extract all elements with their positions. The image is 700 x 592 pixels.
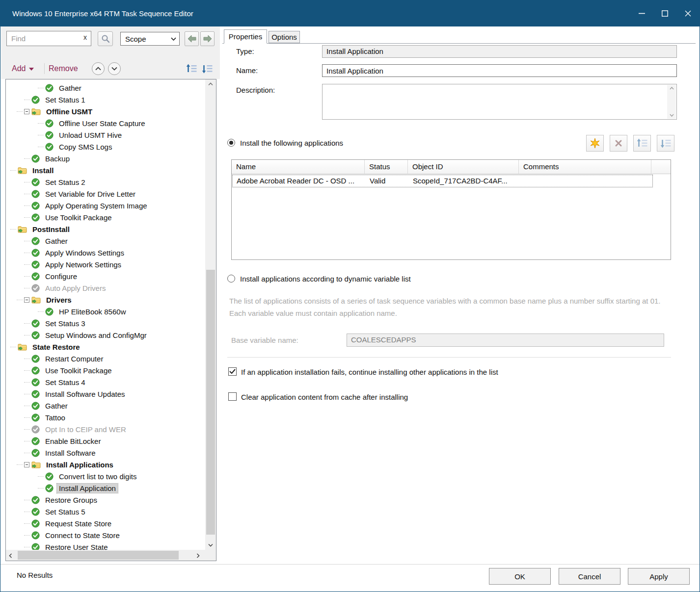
- tab-properties[interactable]: Properties: [224, 29, 267, 44]
- tree-step-row[interactable]: Copy SMS Logs: [6, 141, 205, 153]
- tree-step-row[interactable]: Enable BitLocker: [6, 435, 205, 447]
- tree-step-row[interactable]: Opt In to CEIP and WER: [6, 423, 205, 435]
- find-input[interactable]: [6, 31, 91, 46]
- tree-step-row[interactable]: Install Software: [6, 447, 205, 459]
- tree-step-row[interactable]: Set Status 4: [6, 376, 205, 388]
- cancel-button[interactable]: Cancel: [559, 568, 620, 585]
- collapse-toggle-icon[interactable]: [24, 462, 29, 467]
- new-application-button[interactable]: [586, 135, 604, 152]
- tree-vertical-scrollbar[interactable]: [205, 79, 216, 550]
- application-row[interactable]: Adobe Acrobat Reader DC - OSD ...ValidSc…: [232, 175, 653, 187]
- tree-step-row[interactable]: Set Status 1: [6, 94, 205, 105]
- name-input[interactable]: [322, 64, 677, 77]
- add-button[interactable]: Add: [12, 62, 34, 75]
- collapse-all-button[interactable]: [92, 62, 105, 75]
- tree-step-row[interactable]: Set Status 5: [6, 506, 205, 517]
- install-apps-radio[interactable]: [227, 139, 235, 147]
- tree-step-row[interactable]: Tattoo: [6, 412, 205, 423]
- applications-table-body: Adobe Acrobat Reader DC - OSD ...ValidSc…: [232, 175, 671, 187]
- column-header-comments[interactable]: Comments: [519, 160, 651, 174]
- expand-all-button[interactable]: [108, 62, 121, 75]
- tree-step-row[interactable]: Restore User State: [6, 541, 205, 550]
- tree-group-row[interactable]: Drivers: [6, 294, 205, 306]
- collapse-toggle-icon[interactable]: [24, 109, 29, 114]
- move-step-up-button[interactable]: [186, 63, 197, 75]
- remove-button[interactable]: Remove: [49, 62, 78, 75]
- scroll-down-icon[interactable]: [667, 114, 676, 117]
- delete-application-button[interactable]: [610, 135, 627, 152]
- tree-step-row[interactable]: Setup Windows and ConfigMgr: [6, 329, 205, 341]
- scroll-down-icon[interactable]: [205, 543, 216, 547]
- tree-step-row[interactable]: Restart Computer: [6, 353, 205, 364]
- tree-step-row[interactable]: Convert list to two digits: [6, 470, 205, 482]
- move-step-down-button[interactable]: [201, 63, 213, 75]
- tree-step-row[interactable]: Gather: [6, 400, 205, 412]
- tree-group-row[interactable]: Install Applications: [6, 459, 205, 470]
- tree-group-row[interactable]: Offline USMT: [6, 105, 205, 117]
- step-check-icon: [31, 543, 40, 550]
- move-application-down-button[interactable]: [657, 135, 674, 152]
- column-header-name[interactable]: Name: [232, 160, 365, 174]
- ok-button[interactable]: OK: [489, 568, 551, 585]
- tree-step-row[interactable]: Set Status 3: [6, 317, 205, 329]
- tree-group-row[interactable]: Install: [6, 164, 205, 176]
- tree-horizontal-scrollbar[interactable]: [6, 550, 205, 561]
- tree-step-row[interactable]: Request State Store: [6, 517, 205, 529]
- tree-step-row[interactable]: Offline User State Capture: [6, 117, 205, 129]
- continue-on-fail-checkbox[interactable]: [228, 367, 237, 376]
- tree-group-row[interactable]: PostInstall: [6, 223, 205, 235]
- type-field: Install Application: [322, 45, 677, 58]
- dynamic-list-radio[interactable]: [227, 275, 235, 283]
- find-clear-icon[interactable]: x: [83, 33, 87, 41]
- tree-item-label: Offline USMT: [44, 107, 94, 116]
- apply-button[interactable]: Apply: [628, 568, 690, 585]
- tree-step-row[interactable]: Apply Operating System Image: [6, 200, 205, 211]
- description-scrollbar[interactable]: [667, 85, 676, 119]
- minimize-button[interactable]: [630, 0, 653, 26]
- step-check-icon: [31, 378, 40, 386]
- tree-step-row[interactable]: Apply Network Settings: [6, 258, 205, 270]
- tree-step-row[interactable]: Install Application: [6, 482, 205, 494]
- tree-step-row[interactable]: Apply Windows Settings: [6, 247, 205, 258]
- scroll-up-icon[interactable]: [205, 82, 216, 86]
- search-button[interactable]: [98, 31, 113, 46]
- scroll-right-icon[interactable]: [196, 553, 200, 558]
- scroll-up-icon[interactable]: [667, 87, 676, 90]
- tree-step-row[interactable]: Gather: [6, 235, 205, 247]
- tree-step-row[interactable]: Use Toolkit Package: [6, 211, 205, 223]
- tree-step-row[interactable]: Connect to State Store: [6, 529, 205, 541]
- tree-step-row[interactable]: Auto Apply Drivers: [6, 282, 205, 294]
- tree-step-row[interactable]: Configure: [6, 270, 205, 282]
- tree-item-label: Set Status 4: [43, 378, 87, 387]
- scope-dropdown[interactable]: Scope: [120, 32, 180, 46]
- clear-cache-checkbox[interactable]: [228, 392, 237, 401]
- navigate-back-button[interactable]: [185, 31, 199, 46]
- tree-step-row[interactable]: Set Status 2: [6, 176, 205, 188]
- step-check-icon-disabled: [31, 425, 40, 434]
- tree-step-row[interactable]: Restore Groups: [6, 494, 205, 506]
- column-header-status[interactable]: Status: [365, 160, 408, 174]
- move-application-up-button[interactable]: [633, 135, 651, 152]
- tree-connector: [17, 111, 23, 112]
- tree-horizontal-scroll-thumb[interactable]: [18, 551, 179, 560]
- tab-options[interactable]: Options: [269, 31, 300, 43]
- tree-group-row[interactable]: State Restore: [6, 341, 205, 353]
- tree-vertical-scroll-thumb[interactable]: [206, 270, 215, 535]
- maximize-button[interactable]: [653, 0, 676, 26]
- tree-step-row[interactable]: Set Variable for Drive Letter: [6, 188, 205, 200]
- tree-connector: [24, 441, 30, 441]
- tree-step-row[interactable]: HP EliteBook 8560w: [6, 306, 205, 317]
- navigate-forward-button[interactable]: [200, 31, 215, 46]
- tree-step-row[interactable]: Unload USMT Hive: [6, 129, 205, 141]
- tree-step-row[interactable]: Gather: [6, 82, 205, 94]
- tree-step-row[interactable]: Use Toolkit Package: [6, 364, 205, 376]
- scroll-left-icon[interactable]: [9, 553, 12, 558]
- close-button[interactable]: [676, 0, 700, 26]
- collapse-toggle-icon[interactable]: [24, 297, 29, 303]
- tree-item-label: Set Status 5: [43, 507, 87, 516]
- description-textarea[interactable]: [322, 84, 677, 120]
- column-header-object-id[interactable]: Object ID: [408, 160, 519, 174]
- tree-connector: [17, 464, 23, 465]
- tree-step-row[interactable]: Backup: [6, 153, 205, 164]
- tree-step-row[interactable]: Install Software Updates: [6, 388, 205, 400]
